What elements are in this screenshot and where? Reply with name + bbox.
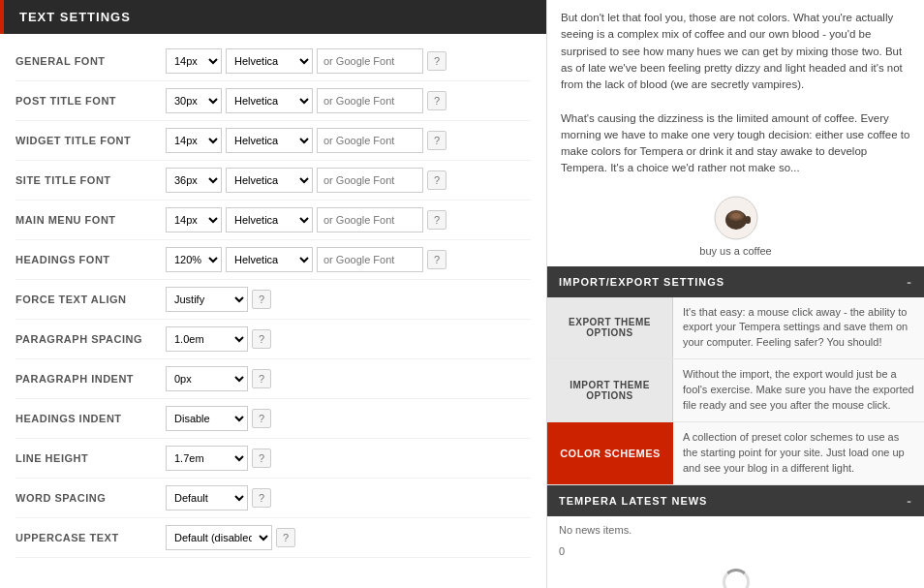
news-title: TEMPERA LATEST NEWS xyxy=(559,495,707,507)
paragraph-indent-controls: 0px10px20px30px ? xyxy=(166,366,531,391)
general-font-google-input[interactable] xyxy=(317,48,423,74)
color-schemes-button[interactable]: COLOR SCHEMES xyxy=(547,422,673,484)
news-header: TEMPERA LATEST NEWS - xyxy=(547,485,924,516)
force-text-align-select[interactable]: JustifyLeftCenterRight xyxy=(166,287,248,312)
line-height-help[interactable]: ? xyxy=(252,449,271,468)
intro-paragraph: But don't let that fool you, those are n… xyxy=(561,12,903,90)
main-menu-font-label: MAIN MENU FONT xyxy=(15,214,166,226)
site-title-font-controls: 36px24px48px HelveticaArialGeorgia ? xyxy=(166,168,531,193)
paragraph-indent-select[interactable]: 0px10px20px30px xyxy=(166,366,248,391)
force-text-align-row: FORCE TEXT ALIGN JustifyLeftCenterRight … xyxy=(15,280,531,320)
widget-title-font-controls: 14px12px16px HelveticaArialGeorgia ? xyxy=(166,128,531,153)
intro-text: But don't let that fool you, those are n… xyxy=(547,0,924,187)
paragraph-spacing-label: PARAGRAPH SPACING xyxy=(15,333,166,345)
import-text: Without the import, the export would jus… xyxy=(673,359,924,421)
spinner-icon xyxy=(723,569,750,588)
paragraph-indent-help[interactable]: ? xyxy=(252,369,271,388)
import-export-header: IMPORT/EXPORT SETTINGS - xyxy=(547,266,924,297)
import-export-body: EXPORT THEME OPTIONS It's that easy: a m… xyxy=(547,297,924,485)
post-title-font-select[interactable]: HelveticaArialGeorgia xyxy=(226,88,313,113)
svg-point-4 xyxy=(731,213,741,219)
post-title-size-select[interactable]: 30px24px36px xyxy=(166,88,222,113)
headings-font-row: HEADINGS FONT 120%100%140% HelveticaAria… xyxy=(15,240,531,280)
word-spacing-label: WORD SPACING xyxy=(15,492,166,504)
post-title-help[interactable]: ? xyxy=(427,91,447,110)
panel-title: TEXT SETTINGS xyxy=(19,10,131,24)
headings-font-select[interactable]: HelveticaArialGeorgia xyxy=(226,247,313,272)
main-menu-font-controls: 14px12px16px HelveticaArialGeorgia ? xyxy=(166,207,531,232)
main-menu-size-select[interactable]: 14px12px16px xyxy=(166,207,222,232)
general-font-family-select[interactable]: HelveticaArialGeorgia xyxy=(226,48,313,74)
post-title-google-input[interactable] xyxy=(317,88,423,113)
force-text-align-label: FORCE TEXT ALIGN xyxy=(15,294,166,305)
site-title-google-input[interactable] xyxy=(317,168,423,193)
site-title-font-row: SITE TITLE FONT 36px24px48px HelveticaAr… xyxy=(15,161,531,201)
export-text: It's that easy: a mouse click away - the… xyxy=(673,297,924,359)
main-menu-google-input[interactable] xyxy=(317,207,423,232)
paragraph-spacing-select[interactable]: 1.0em0.5em1.5em2.0em xyxy=(166,326,248,352)
export-button[interactable]: EXPORT THEME OPTIONS xyxy=(547,297,673,359)
widget-title-font-label: WIDGET TITLE FONT xyxy=(15,135,166,146)
no-news-label: No news items. xyxy=(559,524,631,536)
line-height-controls: 1.7em1.4em2.0em ? xyxy=(166,446,531,471)
main-menu-help[interactable]: ? xyxy=(427,210,447,230)
intro-paragraph-2: What's causing the dizziness is the limi… xyxy=(561,112,909,174)
site-title-size-select[interactable]: 36px24px48px xyxy=(166,168,222,193)
general-font-help[interactable]: ? xyxy=(427,51,447,71)
headings-indent-select[interactable]: DisableEnable xyxy=(166,406,248,431)
settings-body: GENERAL FONT 14px12px16px HelveticaArial… xyxy=(0,34,546,588)
widget-title-font-select[interactable]: HelveticaArialGeorgia xyxy=(226,128,313,153)
coffee-label[interactable]: buy us a coffee xyxy=(699,245,771,257)
import-row: IMPORT THEME OPTIONS Without the import,… xyxy=(547,359,924,422)
news-count: 0 xyxy=(547,543,924,559)
headings-indent-label: HEADINGS INDENT xyxy=(15,413,166,424)
site-title-font-select[interactable]: HelveticaArialGeorgia xyxy=(226,168,313,193)
site-title-font-label: SITE TITLE FONT xyxy=(15,174,166,186)
loading-spinner xyxy=(547,559,924,588)
widget-title-font-row: WIDGET TITLE FONT 14px12px16px Helvetica… xyxy=(15,121,531,161)
post-title-font-controls: 30px24px36px HelveticaArialGeorgia ? xyxy=(166,88,531,113)
headings-google-input[interactable] xyxy=(317,247,423,272)
uppercase-text-select[interactable]: Default (disabled)Enable xyxy=(166,525,272,550)
headings-font-controls: 120%100%140% HelveticaArialGeorgia ? xyxy=(166,247,531,272)
widget-title-google-input[interactable] xyxy=(317,128,423,153)
svg-rect-3 xyxy=(745,216,751,224)
force-text-align-controls: JustifyLeftCenterRight ? xyxy=(166,287,531,312)
export-row: EXPORT THEME OPTIONS It's that easy: a m… xyxy=(547,297,924,360)
line-height-label: LINE HEIGHT xyxy=(15,452,166,464)
site-title-help[interactable]: ? xyxy=(427,170,447,190)
headings-font-label: HEADINGS FONT xyxy=(15,254,166,265)
widget-title-size-select[interactable]: 14px12px16px xyxy=(166,128,222,153)
uppercase-text-help[interactable]: ? xyxy=(276,528,295,547)
main-menu-font-row: MAIN MENU FONT 14px12px16px HelveticaAri… xyxy=(15,201,531,240)
uppercase-text-controls: Default (disabled)Enable ? xyxy=(166,525,531,550)
coffee-section: buy us a coffee xyxy=(547,187,924,266)
color-schemes-text: A collection of preset color schemes to … xyxy=(673,422,924,484)
import-export-collapse[interactable]: - xyxy=(907,274,912,290)
post-title-font-row: POST TITLE FONT 30px24px36px HelveticaAr… xyxy=(15,81,531,121)
headings-help[interactable]: ? xyxy=(427,250,447,269)
paragraph-spacing-help[interactable]: ? xyxy=(252,329,271,349)
main-menu-font-select[interactable]: HelveticaArialGeorgia xyxy=(226,207,313,232)
headings-indent-help[interactable]: ? xyxy=(252,409,271,428)
general-font-size-select[interactable]: 14px12px16px xyxy=(166,48,222,74)
import-export-title: IMPORT/EXPORT SETTINGS xyxy=(559,276,724,288)
word-spacing-help[interactable]: ? xyxy=(252,488,271,508)
news-collapse[interactable]: - xyxy=(907,493,912,509)
headings-indent-row: HEADINGS INDENT DisableEnable ? xyxy=(15,399,531,439)
news-body: No news items. xyxy=(547,516,924,543)
paragraph-indent-label: PARAGRAPH INDENT xyxy=(15,373,166,385)
word-spacing-select[interactable]: DefaultWideNarrow xyxy=(166,485,248,511)
line-height-select[interactable]: 1.7em1.4em2.0em xyxy=(166,446,248,471)
general-font-row: GENERAL FONT 14px12px16px HelveticaArial… xyxy=(15,42,531,81)
general-font-label: GENERAL FONT xyxy=(15,55,166,67)
force-text-align-help[interactable]: ? xyxy=(252,290,271,309)
import-button[interactable]: IMPORT THEME OPTIONS xyxy=(547,359,673,421)
uppercase-text-row: UPPERCASE TEXT Default (disabled)Enable … xyxy=(15,518,531,558)
widget-title-help[interactable]: ? xyxy=(427,131,447,150)
coffee-icon xyxy=(713,195,759,241)
post-title-font-label: POST TITLE FONT xyxy=(15,95,166,107)
headings-size-select[interactable]: 120%100%140% xyxy=(166,247,222,272)
headings-indent-controls: DisableEnable ? xyxy=(166,406,531,431)
general-font-controls: 14px12px16px HelveticaArialGeorgia ? xyxy=(166,48,531,74)
